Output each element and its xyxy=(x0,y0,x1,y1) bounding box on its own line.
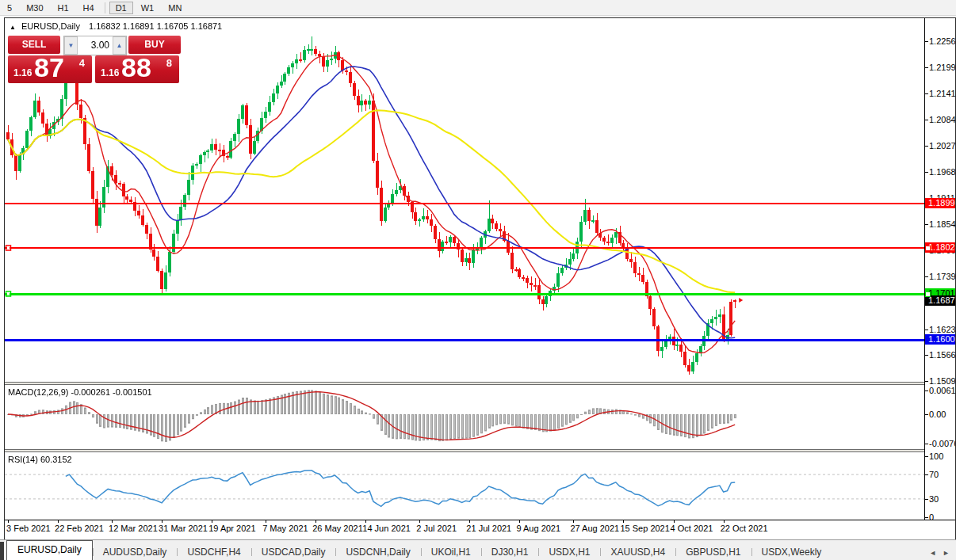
toolbar-separator xyxy=(105,2,105,13)
price-axis[interactable]: 1.225651.219951.214101.208401.202701.196… xyxy=(925,18,955,520)
one-click-trade-widget: SELL ▼ 3.00 ▲ BUY 1.16 87 4 1.16 88 8 xyxy=(8,36,184,83)
chart-symbol-label: EURUSD,Daily xyxy=(21,21,80,31)
timeframe-button-5[interactable]: 5 xyxy=(1,2,18,14)
rsi-tick-mark xyxy=(925,499,928,500)
time-tick-label: 26 May 2021 xyxy=(312,524,363,533)
time-tick-mark xyxy=(112,520,113,523)
rsi-tick-mark xyxy=(925,517,928,518)
time-tick-mark xyxy=(162,520,163,523)
time-tick-mark xyxy=(469,520,470,523)
time-tick-mark xyxy=(315,520,316,523)
level-edge-marker[interactable] xyxy=(925,246,931,251)
macd-indicator-label: MACD(12,26,9) -0.000261 -0.001501 xyxy=(8,387,152,397)
timeframe-toolbar: 5M30H1H4D1W1MN xyxy=(0,0,956,16)
tab-ukoil-h1[interactable]: UKOil,H1 xyxy=(421,543,481,560)
volume-field[interactable]: 3.00 xyxy=(78,36,113,55)
timeframe-button-mn[interactable]: MN xyxy=(162,2,188,14)
buy-price-panel[interactable]: 1.16 88 8 xyxy=(95,55,179,83)
price-tick-mark xyxy=(925,355,928,356)
time-tick-mark xyxy=(623,520,624,523)
chart-ohlc-values: 1.16832 1.16891 1.16705 1.16871 xyxy=(89,21,222,31)
tab-usdchf-h4[interactable]: USDCHF,H4 xyxy=(177,543,250,560)
macd-axis-label: 0.006193 xyxy=(929,386,955,395)
chart-tab-bar: EURUSD,DailyAUDUSD,DailyUSDCHF,H4USDCAD,… xyxy=(0,539,956,560)
time-tick-mark xyxy=(724,520,725,523)
price-tick-label: 1.21995 xyxy=(929,63,955,72)
price-tick-mark xyxy=(925,276,928,277)
sell-button[interactable]: SELL xyxy=(8,36,60,54)
tab-gbpusd-h1[interactable]: GBPUSD,H1 xyxy=(675,543,751,560)
tab-scroll-left-icon[interactable]: ◄ xyxy=(929,549,936,557)
time-tick-label: 19 Apr 2021 xyxy=(208,524,255,533)
sell-price-panel[interactable]: 1.16 87 4 xyxy=(8,55,92,83)
price-tick-mark xyxy=(925,67,928,68)
time-tick-mark xyxy=(573,520,574,523)
tab-usdcad-daily[interactable]: USDCAD,Daily xyxy=(251,543,336,560)
tab-dj30-h1[interactable]: DJ30,H1 xyxy=(481,543,539,560)
tab-usdx-h1[interactable]: USDX,H1 xyxy=(538,543,600,560)
price-tick-label: 1.18545 xyxy=(929,219,955,229)
rsi-axis-label: 30 xyxy=(929,494,939,504)
time-tick-label: 22 Feb 2021 xyxy=(55,524,104,533)
price-tick-mark xyxy=(925,120,928,120)
time-tick-mark xyxy=(212,520,212,523)
sell-price-prefix: 1.16 xyxy=(13,67,32,78)
buy-price-prefix: 1.16 xyxy=(101,67,119,78)
timeframe-button-h1[interactable]: H1 xyxy=(52,2,75,14)
chart-title: ▲ EURUSD,Daily 1.16832 1.16891 1.16705 1… xyxy=(10,21,222,31)
time-tick-mark xyxy=(266,520,266,523)
rsi-canvas[interactable] xyxy=(5,452,924,520)
time-tick-label: 14 Jun 2021 xyxy=(362,524,411,533)
tab-usdx-weekly[interactable]: USDX,Weekly xyxy=(751,543,832,560)
price-tick-label: 1.17390 xyxy=(929,272,955,281)
timeframe-button-h4[interactable]: H4 xyxy=(77,2,101,14)
time-tick-mark xyxy=(519,520,520,523)
tab-scroll-right-icon[interactable]: ► xyxy=(943,549,950,557)
timeframe-button-d1[interactable]: D1 xyxy=(109,2,133,14)
macd-tick-mark xyxy=(925,414,928,415)
price-tick-mark xyxy=(925,172,928,173)
time-tick-label: 27 Aug 2021 xyxy=(570,524,619,533)
time-tick-label: 9 Aug 2021 xyxy=(516,524,560,533)
time-tick-label: 2 Jul 2021 xyxy=(416,524,457,533)
price-tick-label: 1.20270 xyxy=(929,141,955,150)
tab-xauusd-h4[interactable]: XAUUSD,H4 xyxy=(600,543,675,560)
time-tick-label: 31 Mar 2021 xyxy=(159,524,208,533)
volume-decrease-button[interactable]: ▼ xyxy=(64,36,78,55)
buy-price-sup: 8 xyxy=(166,57,172,69)
rsi-axis-label: 70 xyxy=(929,470,939,479)
price-tick-mark xyxy=(925,381,928,382)
time-tick-label: 3 Feb 2021 xyxy=(6,524,51,533)
rsi-tick-mark xyxy=(925,474,928,475)
time-axis[interactable]: 3 Feb 202122 Feb 202112 Mar 202131 Mar 2… xyxy=(5,520,955,539)
time-tick-mark xyxy=(419,520,420,523)
price-tick-label: 1.21410 xyxy=(929,89,955,98)
buy-button[interactable]: BUY xyxy=(128,36,181,54)
time-tick-label: 12 Mar 2021 xyxy=(109,524,158,533)
tab-scroll-nav: ◄ ► xyxy=(929,549,956,560)
timeframe-button-w1[interactable]: W1 xyxy=(135,2,161,14)
time-tick-label: 22 Oct 2021 xyxy=(721,524,768,533)
tab-usdcnh-daily[interactable]: USDCNH,Daily xyxy=(335,543,420,560)
level-price-badge: 1.16007 xyxy=(925,334,955,345)
tab-eurusd-daily[interactable]: EURUSD,Daily xyxy=(6,540,93,560)
chart-window: ▲ EURUSD,Daily 1.16832 1.16891 1.16705 1… xyxy=(4,17,956,539)
volume-spinner: ▼ 3.00 ▲ xyxy=(63,36,127,55)
price-tick-label: 1.19685 xyxy=(929,167,955,177)
price-tick-label: 1.22565 xyxy=(929,36,955,46)
price-tick-label: 1.20840 xyxy=(929,115,955,124)
timeframe-button-m30[interactable]: M30 xyxy=(20,2,49,14)
rsi-tick-mark xyxy=(925,456,928,457)
level-edge-marker[interactable] xyxy=(925,291,931,297)
macd-tick-mark xyxy=(925,444,928,444)
time-tick-mark xyxy=(674,520,675,523)
macd-axis-label: 0.00 xyxy=(929,410,946,419)
buy-price-big: 88 xyxy=(121,52,151,83)
price-tick-label: 1.15095 xyxy=(929,376,955,386)
collapse-triangle-icon[interactable]: ▲ xyxy=(10,24,16,31)
macd-tick-mark xyxy=(925,390,928,391)
sell-price-sup: 4 xyxy=(79,57,85,69)
tab-audusd-daily[interactable]: AUDUSD,Daily xyxy=(93,543,178,560)
time-tick-mark xyxy=(365,520,366,523)
price-tick-label: 1.16235 xyxy=(929,325,955,334)
